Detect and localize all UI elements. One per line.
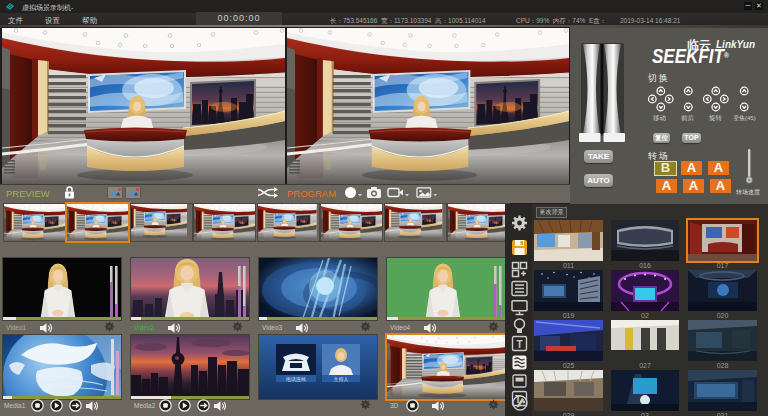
svg-text:主持人: 主持人 <box>334 376 349 383</box>
svg-text:T: T <box>516 339 522 350</box>
svg-text:电话连线: 电话连线 <box>286 376 306 382</box>
